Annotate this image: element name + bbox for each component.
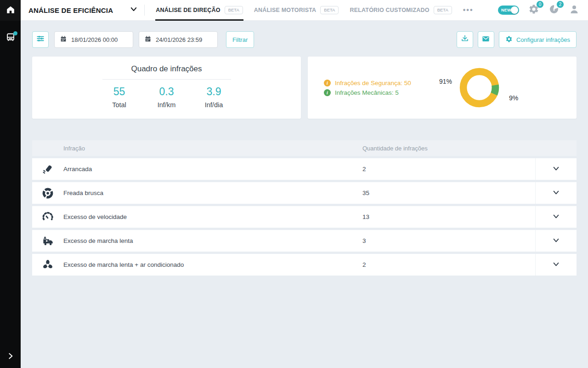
settings-button[interactable]: 0 — [528, 4, 539, 17]
infraction-label: Excesso de marcha lenta + ar condicionad… — [63, 261, 184, 268]
user-menu-button[interactable] — [569, 4, 580, 17]
title-dropdown-button[interactable] — [130, 5, 138, 15]
toggle-knob — [511, 6, 518, 14]
stat-inf-km: 0.3 Inf/km — [153, 86, 181, 109]
sidebar-item-fleet[interactable] — [0, 28, 21, 48]
sliders-icon — [36, 34, 45, 45]
stat-inf-dia: 3.9 Inf/dia — [200, 86, 228, 109]
chevron-down-icon — [552, 260, 560, 270]
table-row: Excesso de marcha lenta 3 — [32, 230, 577, 252]
donut-label-minority: 9% — [509, 94, 518, 102]
infraction-quantity: 13 — [362, 213, 535, 220]
legend-label: Infrações Mecânicas: 5 — [335, 89, 399, 96]
date-from-value: 18/01/2026 00:00 — [71, 36, 118, 43]
chevron-right-icon — [7, 352, 14, 362]
top-bar: ANÁLISE DE EFICIÊNCIA ANÁLISE DE DIREÇÃO… — [21, 0, 588, 21]
configure-infractions-button[interactable]: Configurar infrações — [499, 31, 577, 48]
donut-chart — [457, 65, 502, 110]
user-icon — [569, 4, 580, 17]
home-button[interactable] — [0, 0, 21, 21]
advanced-filters-button[interactable] — [32, 31, 49, 48]
toggle-label: NEW — [501, 8, 511, 12]
row-expand-button[interactable] — [535, 182, 577, 204]
chevron-down-icon — [552, 189, 560, 198]
email-button[interactable] — [478, 31, 494, 48]
info-icon: i — [324, 80, 331, 86]
tab-label: ANÁLISE MOTORISTA — [254, 7, 317, 13]
chevron-down-icon — [130, 5, 138, 15]
idling-ac-icon — [32, 259, 63, 271]
info-icon: i — [324, 89, 331, 96]
infraction-label: Excesso de marcha lenta — [63, 237, 133, 244]
calendar-icon — [60, 35, 67, 44]
legend-label: Infrações de Segurança: 50 — [335, 80, 411, 86]
infractions-table: Infração Quantidade de infrações Arranca… — [32, 140, 577, 276]
infraction-quantity: 3 — [362, 237, 535, 244]
beta-badge: BETA — [434, 6, 452, 14]
table-row: Arrancada 2 — [32, 158, 577, 180]
home-icon — [6, 5, 16, 17]
filter-bar-actions: Configurar infrações — [457, 31, 577, 48]
column-header-expand — [535, 140, 577, 156]
summary-cards: Quadro de infrações 55 Total 0.3 Inf/km … — [32, 57, 577, 119]
tab-relatorio-customizado[interactable]: RELATÓRIO CUSTOMIZADO BETA — [350, 0, 452, 21]
filter-bar: 18/01/2026 00:00 24/01/2026 23:59 Filtra… — [32, 31, 577, 48]
sidebar-expand-button[interactable] — [0, 352, 21, 362]
table-row: Excesso de velocidade 13 — [32, 206, 577, 228]
main-content: 18/01/2026 00:00 24/01/2026 23:59 Filtra… — [21, 21, 588, 368]
infraction-label: Arrancada — [63, 166, 92, 172]
harsh-braking-icon — [32, 187, 63, 199]
date-to-input[interactable]: 24/01/2026 23:59 — [139, 31, 218, 48]
idling-icon — [32, 235, 63, 247]
table-row: Freada brusca 35 — [32, 182, 577, 204]
beta-badge: BETA — [225, 6, 243, 14]
infractions-donut-card: i Infrações de Segurança: 50 i Infrações… — [308, 57, 577, 119]
more-tabs-button[interactable]: ••• — [463, 6, 474, 14]
legend-item-safety: i Infrações de Segurança: 50 — [324, 80, 411, 86]
download-icon — [461, 34, 469, 45]
legend-item-mechanical: i Infrações Mecânicas: 5 — [324, 89, 411, 96]
row-expand-button[interactable] — [535, 206, 577, 228]
gear-icon — [505, 35, 513, 44]
download-button[interactable] — [457, 31, 473, 48]
chevron-down-icon — [552, 236, 560, 246]
new-version-toggle[interactable]: NEW — [498, 6, 519, 15]
table-row: Excesso de marcha lenta + ar condicionad… — [32, 254, 577, 276]
chevron-down-icon — [552, 213, 560, 222]
infraction-quantity: 35 — [362, 190, 535, 196]
tab-analise-motorista[interactable]: ANÁLISE MOTORISTA BETA — [254, 0, 339, 21]
stat-label: Total — [105, 101, 134, 109]
stat-value: 55 — [105, 86, 134, 98]
date-from-input[interactable]: 18/01/2026 00:00 — [54, 31, 133, 48]
date-to-value: 24/01/2026 23:59 — [156, 36, 202, 43]
sidebar — [0, 0, 21, 368]
notification-dot — [13, 31, 17, 35]
configure-infractions-label: Configurar infrações — [516, 36, 570, 43]
tab-label: RELATÓRIO CUSTOMIZADO — [350, 7, 429, 13]
tab-label: ANÁLISE DE DIREÇÃO — [156, 7, 220, 13]
row-expand-button[interactable] — [535, 254, 577, 276]
row-expand-button[interactable] — [535, 230, 577, 252]
calendar-icon — [144, 35, 152, 44]
divider — [144, 5, 145, 16]
settings-badge: 0 — [536, 0, 544, 8]
donut-label-majority: 91% — [439, 78, 452, 85]
stat-total: 55 Total — [105, 86, 134, 109]
infraction-quantity: 2 — [362, 261, 535, 268]
donut-legend: i Infrações de Segurança: 50 i Infrações… — [324, 77, 411, 99]
mail-icon — [481, 34, 490, 45]
infraction-quantity: 2 — [362, 166, 535, 172]
filter-button[interactable]: Filtrar — [226, 31, 254, 48]
column-header-infraction: Infração — [32, 145, 362, 152]
page-title: ANÁLISE DE EFICIÊNCIA — [28, 6, 113, 14]
tab-analise-de-direcao[interactable]: ANÁLISE DE DIREÇÃO BETA — [156, 0, 243, 21]
divider — [102, 79, 231, 80]
stat-value: 3.9 — [200, 86, 228, 98]
top-bar-actions: NEW 0 2 — [498, 4, 588, 17]
row-expand-button[interactable] — [535, 158, 577, 180]
stat-label: Inf/dia — [200, 101, 228, 109]
usage-stats-badge: 2 — [556, 0, 564, 8]
usage-stats-button[interactable]: 2 — [548, 4, 560, 17]
table-header: Infração Quantidade de infrações — [32, 140, 577, 156]
speeding-icon — [32, 211, 63, 223]
